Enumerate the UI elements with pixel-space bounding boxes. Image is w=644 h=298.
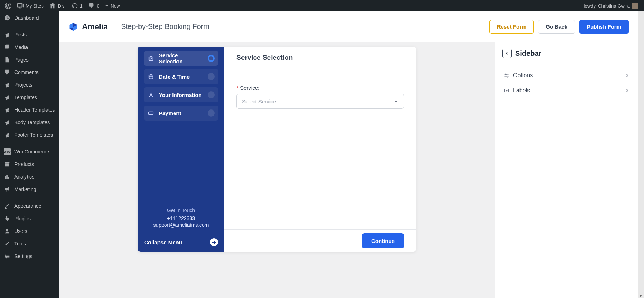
menu-woocommerce[interactable]: Woo WooCommerce [0, 145, 59, 158]
menu-label: Plugins [14, 216, 31, 221]
menu-plugins[interactable]: Plugins [0, 212, 59, 225]
menu-label: Templates [14, 94, 37, 100]
menu-settings[interactable]: Settings [0, 250, 59, 262]
menu-marketing[interactable]: Marketing [0, 183, 59, 195]
menu-footer-templates[interactable]: Footer Templates [0, 128, 59, 141]
amelia-logo: Amelia [68, 22, 108, 32]
site-link[interactable]: Divi [47, 0, 69, 11]
new-label: New [111, 3, 120, 9]
plugin-icon [4, 215, 11, 222]
step-indicator [208, 73, 215, 80]
svg-point-9 [507, 76, 508, 77]
panel-title: Sidebar [515, 49, 541, 58]
calendar-icon [147, 73, 155, 80]
panel-item-options[interactable]: Options [502, 68, 631, 83]
menu-users[interactable]: Users [0, 225, 59, 237]
menu-projects[interactable]: Projects [0, 78, 59, 91]
continue-button[interactable]: Continue [362, 233, 404, 248]
booking-form-preview: Service Selection Date & Time Your Infor… [138, 47, 416, 252]
step-label: Your Information [159, 92, 202, 98]
avatar [632, 3, 638, 9]
collapse-label: Collapse Menu [144, 239, 182, 245]
site-name: Divi [58, 3, 66, 9]
mysites-label: My Sites [26, 3, 44, 9]
chevron-left-icon [505, 51, 509, 55]
menu-dashboard[interactable]: Dashboard [0, 11, 59, 24]
menu-label: Footer Templates [14, 132, 53, 138]
arrow-right-icon: ➔ [210, 238, 218, 246]
menu-header-templates[interactable]: Header Templates [0, 103, 59, 116]
comments-count: 0 [97, 3, 99, 9]
step-your-information[interactable]: Your Information [144, 87, 218, 102]
wp-logo[interactable] [2, 0, 14, 11]
step-label: Payment [159, 110, 181, 116]
menu-analytics[interactable]: Analytics [0, 170, 59, 183]
amelia-logo-text: Amelia [82, 22, 108, 31]
reset-form-button[interactable]: Reset Form [489, 20, 534, 34]
pin-icon [4, 131, 11, 138]
pin-icon [4, 119, 11, 126]
booking-main-panel: Service Selection * Service: Select Serv… [224, 47, 416, 252]
chevron-down-icon [394, 99, 399, 104]
contact-phone: +111222333 [141, 215, 221, 221]
user-icon [4, 228, 11, 235]
select-placeholder: Select Service [242, 98, 276, 104]
panel-item-labels[interactable]: Labels [502, 83, 631, 98]
step-indicator-active [208, 55, 215, 62]
mysites-link[interactable]: My Sites [14, 0, 47, 11]
menu-label: Pages [14, 57, 29, 63]
menu-label: WooCommerce [14, 149, 49, 155]
menu-label: Header Templates [14, 107, 55, 113]
comment-icon [4, 69, 11, 76]
menu-label: Analytics [14, 174, 34, 180]
menu-posts[interactable]: Posts [0, 28, 59, 41]
page-icon [4, 56, 11, 63]
step-indicator [208, 109, 215, 117]
step-service-selection[interactable]: Service Selection [144, 51, 218, 66]
updates-link[interactable]: 1 [69, 0, 86, 11]
publish-form-button[interactable]: Publish Form [579, 20, 629, 34]
menu-media[interactable]: Media [0, 41, 59, 53]
menu-comments[interactable]: Comments [0, 66, 59, 78]
menu-label: Media [14, 44, 28, 50]
form-canvas: Service Selection Date & Time Your Infor… [59, 42, 495, 298]
network-icon [17, 3, 24, 9]
menu-label: Dashboard [14, 15, 39, 21]
step-payment[interactable]: Payment [144, 106, 218, 121]
step-date-time[interactable]: Date & Time [144, 69, 218, 84]
chevron-right-icon [625, 88, 629, 93]
amelia-header: Amelia Step-by-Step Booking Form Reset F… [59, 11, 638, 42]
collapse-menu-button[interactable]: Collapse Menu ➔ [141, 234, 221, 248]
pin-icon [4, 31, 11, 38]
wp-adminbar: My Sites Divi 1 0 + New Howdy, Christin [0, 0, 644, 11]
chart-icon [4, 173, 11, 180]
service-select[interactable]: Select Service [236, 94, 404, 109]
menu-tools[interactable]: Tools [0, 237, 59, 250]
svg-point-0 [6, 229, 8, 231]
amelia-logo-icon [68, 22, 78, 32]
contact-title: Get in Touch [141, 207, 221, 213]
menu-products[interactable]: Products [0, 158, 59, 170]
menu-label: Body Templates [14, 119, 50, 125]
menu-label: Comments [14, 69, 39, 75]
pin-icon [4, 94, 11, 101]
page-title: Step-by-Step Booking Form [121, 23, 209, 31]
plus-icon: + [105, 3, 108, 9]
menu-body-templates[interactable]: Body Templates [0, 116, 59, 128]
new-link[interactable]: + New [102, 0, 123, 11]
dashboard-icon [4, 14, 11, 21]
menu-appearance[interactable]: Appearance [0, 200, 59, 212]
menu-pages[interactable]: Pages [0, 53, 59, 66]
panel-back-button[interactable] [502, 49, 512, 58]
go-back-button[interactable]: Go Back [538, 20, 575, 34]
brush-icon [4, 202, 11, 210]
user-account-link[interactable]: Howdy, Christina Gwira [579, 0, 641, 11]
step-label: Date & Time [159, 74, 190, 80]
menu-templates[interactable]: Templates [0, 91, 59, 103]
menu-label: Products [14, 161, 34, 167]
wrench-icon [4, 240, 11, 247]
comment-icon [88, 3, 95, 9]
svg-point-8 [505, 74, 506, 75]
comments-link[interactable]: 0 [86, 0, 102, 11]
howdy-label: Howdy, Christina Gwira [581, 3, 630, 9]
